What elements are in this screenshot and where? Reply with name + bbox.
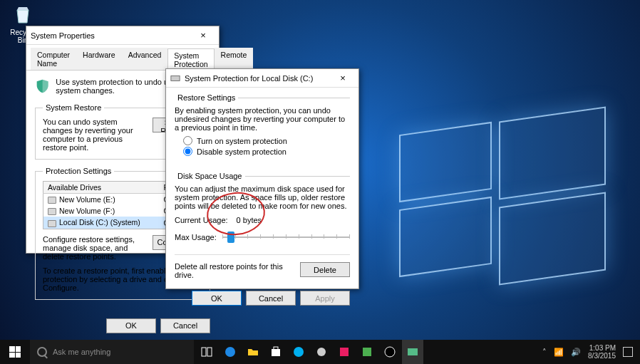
svg-rect-9 — [363, 348, 371, 356]
radio-disable[interactable]: Disable system protection — [183, 147, 350, 156]
app-icon[interactable] — [311, 340, 332, 364]
delete-text: Delete all restore points for this drive… — [175, 262, 293, 279]
search-input[interactable]: Ask me anything — [30, 340, 194, 364]
clock[interactable]: 1:03 PM 8/3/2015 — [588, 344, 616, 360]
tab-hardware[interactable]: Hardware — [76, 48, 122, 70]
disk-space-text: You can adjust the maximum disk space us… — [175, 184, 350, 210]
skype-icon[interactable] — [288, 340, 309, 364]
titlebar[interactable]: System Properties × — [26, 26, 219, 45]
system-tray: ˄ 📶 🔊 1:03 PM 8/3/2015 — [535, 344, 640, 360]
chevron-up-icon[interactable]: ˄ — [542, 348, 547, 357]
shield-icon — [35, 76, 50, 96]
svg-point-7 — [317, 348, 326, 356]
slider-thumb[interactable] — [227, 232, 234, 243]
tabs: Computer Name Hardware Advanced System P… — [26, 45, 219, 71]
app-icon[interactable] — [334, 340, 355, 364]
cancel-button[interactable]: Cancel — [246, 291, 296, 306]
apply-button: Apply — [300, 291, 350, 306]
close-icon[interactable]: × — [331, 73, 354, 83]
cancel-button[interactable]: Cancel — [160, 318, 210, 333]
svg-point-6 — [294, 347, 304, 357]
restore-settings-group: Restore Settings By enabling system prot… — [175, 93, 350, 165]
tab-remote[interactable]: Remote — [215, 48, 254, 70]
svg-rect-11 — [408, 348, 418, 355]
restore-settings-text: By enabling system protection, you can u… — [175, 106, 350, 132]
drive-icon — [170, 73, 180, 83]
active-app-icon[interactable] — [402, 340, 423, 364]
svg-rect-8 — [340, 348, 349, 356]
tab-system-protection[interactable]: System Protection — [167, 48, 214, 71]
delete-button[interactable]: Delete — [300, 262, 350, 277]
windows-logo-wallpaper — [399, 114, 606, 271]
drive-icon — [48, 220, 56, 227]
window-title: System Protection for Local Disk (C:) — [185, 74, 331, 83]
start-button[interactable] — [0, 340, 30, 364]
edge-icon[interactable] — [220, 340, 241, 364]
max-usage-slider[interactable] — [222, 230, 350, 244]
radio-turn-on[interactable]: Turn on system protection — [183, 136, 350, 145]
svg-rect-1 — [202, 348, 206, 356]
taskbar: Ask me anything ˄ 📶 🔊 1:03 PM 8/3/2015 — [0, 340, 640, 364]
search-icon — [37, 347, 47, 357]
disk-space-group: Disk Space Usage You can adjust the maxi… — [175, 172, 350, 247]
svg-point-10 — [385, 347, 395, 357]
svg-rect-2 — [207, 348, 212, 356]
drive-icon — [48, 208, 56, 215]
app-icon[interactable] — [379, 340, 401, 364]
file-explorer-icon[interactable] — [242, 340, 264, 364]
drive-icon — [48, 197, 56, 204]
store-icon[interactable] — [265, 340, 287, 364]
task-view-icon[interactable] — [197, 340, 218, 364]
volume-icon[interactable]: 🔊 — [571, 348, 581, 357]
app-icon[interactable] — [356, 340, 378, 364]
current-usage-label: Current Usage: — [175, 216, 228, 224]
notifications-icon[interactable] — [623, 347, 633, 357]
restore-text: You can undo system changes by reverting… — [43, 118, 145, 152]
desktop: Recycle Bin System Properties × Computer… — [0, 0, 640, 364]
close-icon[interactable]: × — [192, 30, 215, 41]
titlebar[interactable]: System Protection for Local Disk (C:) × — [166, 69, 358, 88]
ok-button[interactable]: OK — [192, 291, 242, 306]
svg-point-3 — [225, 347, 235, 357]
network-icon[interactable]: 📶 — [554, 348, 564, 357]
svg-rect-0 — [171, 76, 180, 80]
current-usage-value: 0 bytes — [237, 216, 262, 224]
tab-computer-name[interactable]: Computer Name — [31, 48, 76, 70]
ok-button[interactable]: OK — [106, 318, 156, 333]
system-protection-config-window: System Protection for Local Disk (C:) × … — [165, 68, 359, 289]
max-usage-label: Max Usage: — [175, 233, 217, 241]
window-title: System Properties — [31, 31, 192, 40]
configure-text: Configure restore settings, manage disk … — [43, 235, 145, 261]
tab-advanced[interactable]: Advanced — [122, 48, 168, 70]
